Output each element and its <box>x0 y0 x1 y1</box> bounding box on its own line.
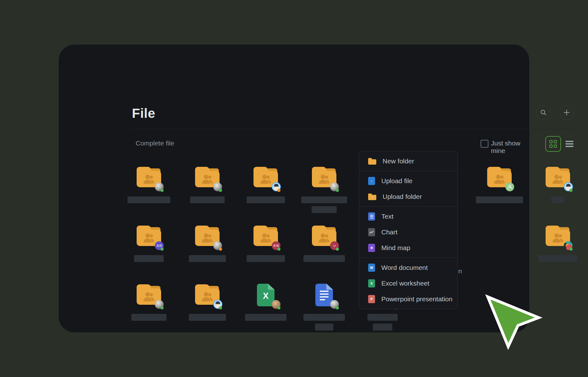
status-dot <box>569 189 573 192</box>
word-icon: W <box>368 264 375 272</box>
menu-item-text[interactable]: Text <box>359 209 457 224</box>
redacted-filename-bar <box>312 206 337 213</box>
redacted-filename-bar <box>134 255 164 262</box>
menu-item-mind-map[interactable]: ✳Mind map <box>359 240 457 256</box>
shared-folder-item[interactable] <box>178 284 237 321</box>
file-icon-wrap: 志程 <box>120 225 178 246</box>
redacted-filename <box>134 255 164 262</box>
redacted-filename-bar <box>190 196 225 203</box>
redacted-filename-bar <box>373 324 392 331</box>
file-icon-wrap <box>178 225 237 246</box>
just-show-mine-label[interactable]: Just show mine <box>491 139 529 155</box>
list-view-button[interactable] <box>562 136 577 152</box>
redacted-filename <box>131 314 166 321</box>
redacted-filename-bar <box>303 255 345 262</box>
status-dot <box>336 248 339 251</box>
menu-item-powerpoint-presentation[interactable]: PPowerpoint presentation <box>359 291 457 307</box>
shared-folder-item[interactable] <box>529 225 587 262</box>
folder-icon <box>368 158 376 165</box>
menu-item-new-folder[interactable]: New folder <box>359 153 457 169</box>
search-icon <box>540 109 547 117</box>
shared-folder-item[interactable] <box>295 167 353 213</box>
excel-file-item[interactable]: X <box>237 284 295 321</box>
redacted-filename <box>551 196 564 203</box>
list-view-icon <box>565 139 574 149</box>
upload-file-icon: ↑ <box>368 177 375 185</box>
search-button[interactable] <box>536 106 551 120</box>
shared-folder-item[interactable] <box>470 167 529 203</box>
powerpoint-icon: P <box>368 295 375 303</box>
menu-group: WWord documentXExcel worksheetPPowerpoin… <box>359 258 457 309</box>
redacted-filename <box>303 314 345 331</box>
file-icon-wrap <box>295 167 353 187</box>
file-icon-wrap <box>529 167 587 187</box>
just-show-mine-checkbox[interactable] <box>481 140 488 148</box>
add-button[interactable] <box>559 106 574 120</box>
redacted-filename <box>301 196 347 213</box>
status-dot <box>219 248 222 251</box>
redacted-filename-bar <box>128 196 170 203</box>
menu-item-label: New folder <box>383 157 414 165</box>
header-divider <box>132 129 574 129</box>
redacted-filename-bar <box>189 314 226 321</box>
redacted-filename <box>245 314 286 321</box>
desktop-background: { "app": { "title": "File" }, "header": … <box>0 0 588 377</box>
file-icon-wrap <box>529 225 587 246</box>
redacted-filename-bar <box>131 314 166 321</box>
redacted-filename <box>303 255 345 262</box>
status-dot <box>277 248 280 251</box>
file-icon-wrap <box>178 284 237 305</box>
file-icon-wrap <box>178 167 237 187</box>
redacted-filename <box>247 255 285 262</box>
menu-item-label: Powerpoint presentation <box>381 295 452 303</box>
shared-folder-item[interactable] <box>178 225 237 262</box>
excel-icon: X <box>368 279 375 287</box>
redacted-filename-bar <box>476 196 523 203</box>
menu-item-chart[interactable]: Chart <box>359 224 457 240</box>
menu-item-label: Excel worksheet <box>381 280 429 287</box>
status-dot <box>277 306 280 309</box>
shared-folder-item[interactable]: LI <box>295 225 353 262</box>
text-icon <box>368 212 375 221</box>
upload-folder-icon: ↑ <box>368 194 376 200</box>
mindmap-icon: ✳ <box>368 244 375 252</box>
menu-item-upload-folder[interactable]: ↑Upload folder <box>359 189 457 205</box>
menu-group: ↑Upload file↑Upload folder <box>359 171 457 206</box>
redacted-filename <box>190 196 225 203</box>
shared-folder-item[interactable]: 志程 <box>120 225 178 262</box>
shared-folder-item[interactable]: 世旭 <box>237 225 295 262</box>
status-dot <box>161 306 164 309</box>
status-dot <box>569 248 573 251</box>
redacted-filename-bar <box>245 314 286 321</box>
shared-folder-item[interactable] <box>178 167 237 203</box>
file-icon-wrap <box>120 284 178 305</box>
menu-item-excel-worksheet[interactable]: XExcel worksheet <box>359 276 457 291</box>
redacted-filename <box>189 314 226 321</box>
new-context-menu: New folder↑Upload file↑Upload folderText… <box>359 151 458 309</box>
file-icon-wrap <box>470 167 529 187</box>
chart-icon <box>368 228 375 236</box>
doc-file-item[interactable] <box>295 284 353 331</box>
menu-group: New folder <box>359 151 457 171</box>
file-icon-wrap <box>237 167 295 187</box>
menu-item-label: Word document <box>381 264 428 271</box>
redacted-filename <box>128 196 170 203</box>
redacted-filename <box>247 196 285 203</box>
shared-folder-item[interactable] <box>120 167 178 203</box>
redacted-filename-bar <box>538 255 577 262</box>
menu-item-upload-file[interactable]: ↑Upload file <box>359 173 457 189</box>
menu-item-label: Chart <box>381 228 397 236</box>
status-dot <box>161 248 164 251</box>
section-label: Complete file <box>136 139 174 147</box>
menu-item-label: Upload folder <box>383 193 422 200</box>
shared-folder-item[interactable] <box>237 167 295 203</box>
redacted-filename-bar <box>368 314 398 321</box>
grid-view-button[interactable] <box>545 136 561 152</box>
clipped-text-fragment: n <box>458 267 462 275</box>
shared-folder-item[interactable] <box>529 167 587 203</box>
redacted-filename-bar <box>315 324 333 331</box>
menu-item-word-document[interactable]: WWord document <box>359 260 457 276</box>
redacted-filename-bar <box>303 314 345 321</box>
shared-folder-item[interactable] <box>120 284 178 321</box>
page-title: File <box>132 106 155 121</box>
